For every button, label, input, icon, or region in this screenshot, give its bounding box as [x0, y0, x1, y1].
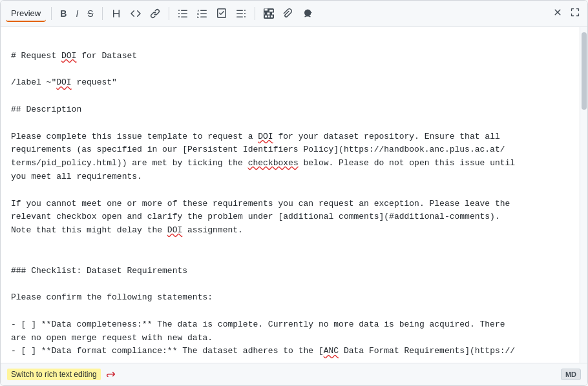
strikethrough-button[interactable]: S: [84, 6, 96, 21]
md-badge: MD: [561, 369, 581, 380]
content-line-4: Please complete this issue template to r…: [11, 132, 515, 181]
content-line-6: ### Checklist: Dataset Requirements: [11, 266, 187, 276]
content-line-5: If you cannot meet one or more of these …: [11, 199, 510, 236]
editor-body: # Request DOI for Dataset /label ~"DOI r…: [1, 27, 587, 363]
fullscreen-button[interactable]: [568, 5, 582, 22]
toolbar-divider-4: [255, 7, 255, 20]
editor-footer: Switch to rich text editing ↩ MD: [1, 363, 587, 385]
ordered-list-button[interactable]: [194, 6, 211, 21]
switch-to-rich-label: Switch to rich text editing: [11, 370, 97, 379]
preview-tab[interactable]: Preview: [6, 6, 46, 22]
switch-to-rich-button[interactable]: Switch to rich text editing: [7, 369, 101, 380]
unordered-list-button[interactable]: [174, 6, 191, 21]
code-button[interactable]: [127, 6, 144, 21]
content-line-1: # Request DOI for Dataset: [11, 51, 137, 61]
italic-button[interactable]: I: [72, 6, 81, 21]
toolbar-divider-3: [169, 7, 169, 20]
arrow-icon: ↩: [106, 367, 116, 381]
editor-container: Preview B I S: [0, 0, 588, 386]
attach-button[interactable]: [280, 6, 297, 21]
link-button[interactable]: [147, 6, 163, 21]
task-list-button[interactable]: [213, 6, 230, 21]
scrollbar-track[interactable]: [580, 27, 587, 363]
editor-textarea[interactable]: # Request DOI for Dataset /label ~"DOI r…: [1, 27, 580, 363]
bold-button[interactable]: B: [57, 6, 70, 21]
toolbar-divider-2: [102, 7, 103, 20]
heading-button[interactable]: [108, 6, 125, 21]
content-line-3: ## Description: [11, 105, 81, 114]
mention-button[interactable]: [299, 6, 316, 21]
toolbar: Preview B I S: [1, 1, 587, 27]
reference-button[interactable]: [233, 6, 249, 21]
expand-button[interactable]: [550, 5, 565, 23]
table-button[interactable]: [260, 6, 277, 21]
scrollbar-thumb[interactable]: [582, 32, 587, 110]
toolbar-divider-1: [51, 7, 52, 20]
content-line-7: Please confirm the following statements:: [11, 292, 213, 302]
content-line-8: - [ ] **Data completeness:** The data is…: [11, 320, 515, 356]
content-line-2: /label ~"DOI request": [11, 77, 117, 87]
